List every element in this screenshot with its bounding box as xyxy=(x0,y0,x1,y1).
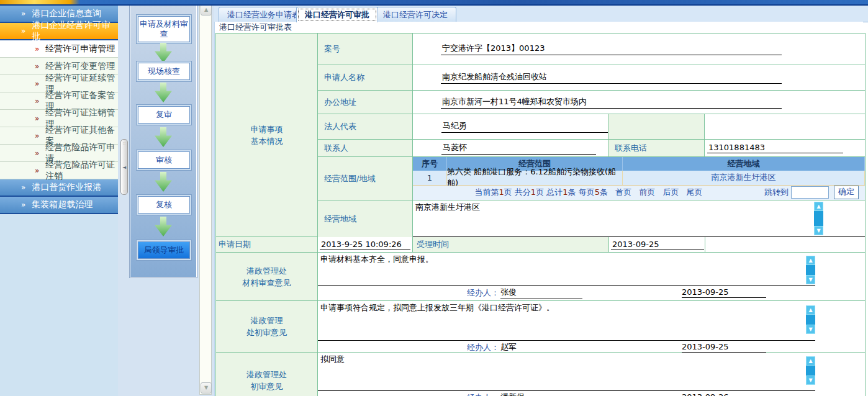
scroll-down-icon[interactable]: ▼ xyxy=(806,376,815,385)
flow-step-bureau-leader-approval[interactable]: 局领导审批 xyxy=(138,241,190,259)
scope-row-no: 1 xyxy=(413,171,447,185)
apply-date-label: 申请日期 xyxy=(216,237,318,253)
arrow-bullet-icon: » xyxy=(35,149,38,158)
scroll-track[interactable] xyxy=(814,211,823,226)
flow-down-arrow-icon xyxy=(155,172,172,192)
pagination-next-link[interactable]: 后页 xyxy=(662,187,679,197)
handler-date[interactable]: 2013-09-25 xyxy=(682,342,766,353)
apply-date-value[interactable]: 2013-9-25 10:09:26 xyxy=(320,240,410,250)
pagination-last-link[interactable]: 尾页 xyxy=(687,187,703,197)
accept-time-value[interactable]: 2013-09-25 xyxy=(611,240,704,250)
sidebar-item-port-enterprise-license-approval[interactable]: » 港口企业经营许可审批 xyxy=(0,23,118,40)
second-review-opinion[interactable]: 拟同意 xyxy=(320,354,806,364)
arrow-bullet-icon: » xyxy=(35,114,38,123)
handler-date[interactable]: 2013-09-25 xyxy=(682,287,766,298)
section-label-line1: 港政管理处 xyxy=(246,265,287,277)
opinion-scrollbar[interactable]: ▲ ▼ xyxy=(806,305,815,334)
form-title: 港口经营许可审批表 xyxy=(215,22,863,32)
flow-down-arrow-icon xyxy=(155,127,172,147)
sidebar-item-label: 集装箱超载治理 xyxy=(32,199,93,210)
jump-page-input[interactable] xyxy=(791,186,829,199)
office-address-cell: 南京市新河一村11号4幢郑和农贸市场内 xyxy=(413,91,865,114)
section-second-review: 拟同意 经办人： 潘新保 2013-09-26 ▲ ▼ xyxy=(318,353,865,396)
scroll-track[interactable] xyxy=(806,315,815,325)
material-review-opinion[interactable]: 申请材料基本齐全，同意申报。 xyxy=(320,254,806,264)
contact-value[interactable]: 马菱怀 xyxy=(441,142,596,155)
main-content: 港口经营业务申请表 港口经营许可审批 港口经营许可决定 港口经营许可审批表 申请… xyxy=(214,6,868,396)
splitter-grip-icon: ∷ xyxy=(123,187,125,194)
tab-license-decision[interactable]: 港口经营许可决定 xyxy=(374,7,456,22)
tab-bar: 港口经营业务申请表 港口经营许可审批 港口经营许可决定 xyxy=(214,6,868,22)
area-cell[interactable]: 南京港新生圩港区 ▲ ▼ xyxy=(413,200,865,237)
flow-step-site-verification[interactable]: 现场核查 xyxy=(138,63,190,80)
opinion-scrollbar[interactable]: ▲ ▼ xyxy=(806,256,815,284)
sidebar-item-dangerous-goods-license-cancel[interactable]: » 经营危险品许可证注销 xyxy=(0,162,118,179)
contact-cell: 马菱怀 xyxy=(413,140,608,157)
section-second-review-label: 港政管理处 初审意见 xyxy=(216,353,318,396)
sidebar-item-label: 经营许可变更管理 xyxy=(45,61,115,72)
double-chevron-icon: » xyxy=(21,9,24,18)
handler-name[interactable]: 张俊 xyxy=(500,287,582,299)
flow-step-audit[interactable]: 审核 xyxy=(138,151,190,169)
legal-rep-value[interactable]: 马纪勇 xyxy=(441,120,608,133)
applicant-value[interactable]: 南京纪发船舶清仓残油回收站 xyxy=(441,71,782,84)
scroll-down-icon[interactable]: ▼ xyxy=(806,325,815,334)
tab-business-application-form[interactable]: 港口经营业务申请表 xyxy=(219,7,309,22)
pagination-first-link[interactable]: 首页 xyxy=(615,187,631,197)
contact-label: 联系人 xyxy=(318,140,413,157)
pagination-prev-link[interactable]: 前页 xyxy=(639,187,655,197)
accept-time-label: 受理时间 xyxy=(413,237,609,253)
office-address-value[interactable]: 南京市新河一村11号4幢郑和农贸市场内 xyxy=(441,96,782,109)
scroll-down-icon[interactable]: ▼ xyxy=(806,275,815,284)
group-label-line1: 申请事项 xyxy=(251,124,283,135)
first-review-opinion[interactable]: 申请事项符合规定，拟同意上报发放三年期《港口经营许可证》。 xyxy=(320,302,806,313)
contact-phone-label: 联系电话 xyxy=(608,140,705,157)
sidebar-item-general-cargo-report[interactable]: » 港口普货作业报港 xyxy=(0,179,118,197)
section-first-review-label: 港政管理 处初审意见 xyxy=(216,301,318,353)
scroll-up-icon[interactable]: ▲ xyxy=(806,256,815,265)
opinion-scrollbar[interactable]: ▲ ▼ xyxy=(806,356,815,385)
sidebar-item-container-overload-control[interactable]: » 集装箱超载治理 xyxy=(0,197,118,214)
tab-license-approval[interactable]: 港口经营许可审批 xyxy=(296,7,378,22)
case-no-value[interactable]: 宁交港许字【2013】00123 xyxy=(441,43,782,55)
arrow-bullet-icon: » xyxy=(35,62,38,71)
scroll-down-icon[interactable]: ▼ xyxy=(814,226,823,235)
jump-confirm-button[interactable]: 确定 xyxy=(834,186,859,199)
approval-flow-panel: 申请及材料审查 现场核查 复审 审核 复核 局领导审批 xyxy=(129,3,197,278)
scroll-up-icon[interactable]: ▲ xyxy=(806,356,815,366)
section-label-line2: 材料审查意见 xyxy=(243,277,291,289)
sidebar-item-license-apply-management[interactable]: » 经营许可申请管理 xyxy=(0,40,118,58)
scroll-up-icon[interactable]: ▲ xyxy=(201,4,212,16)
collapse-arrow-icon: ◄ xyxy=(122,164,126,170)
area-value: 南京港新生圩港区 xyxy=(415,202,480,213)
accept-time-cell: 2013-09-25 xyxy=(609,237,705,253)
handler-name[interactable]: 潘新保 xyxy=(500,392,582,396)
flow-down-arrow-icon xyxy=(155,217,172,236)
handler-name[interactable]: 赵军 xyxy=(500,341,582,354)
scroll-up-icon[interactable]: ▲ xyxy=(806,305,815,315)
pg-total-pages: 1 xyxy=(531,187,536,197)
content-vertical-scrollbar[interactable]: ▲ ▼ xyxy=(199,3,212,395)
group-label-basic-info: 申请事项 基本情况 xyxy=(216,34,318,237)
scroll-down-icon[interactable]: ▼ xyxy=(201,382,212,394)
scope-table-row[interactable]: 1 第六类 船舶港口服务：6.12船舶污染物接收(船舶) 南京港新生圩港区 xyxy=(413,171,865,186)
double-chevron-icon: » xyxy=(21,27,24,35)
flow-step-application-material-review[interactable]: 申请及材料审查 xyxy=(138,16,190,42)
section-label-line1: 港政管理 xyxy=(251,315,283,326)
scroll-up-icon[interactable]: ▲ xyxy=(814,202,823,211)
scroll-track[interactable] xyxy=(806,265,815,275)
pg-total-records: 1 xyxy=(563,187,567,197)
handler-date[interactable]: 2013-09-26 xyxy=(682,392,766,396)
flow-step-re-review[interactable]: 复审 xyxy=(138,106,190,124)
area-scrollbar[interactable]: ▲ ▼ xyxy=(814,202,823,235)
sidebar-splitter[interactable]: ∷ ◄ ∷ xyxy=(120,139,128,195)
scope-col-area: 经营地域 xyxy=(623,157,865,171)
approval-form-table: 申请事项 基本情况 案号 宁交港许字【2013】00123 申请人名称 xyxy=(215,33,866,396)
sidebar-menu: » 港口企业信息查询 » 港口企业经营许可审批 » 经营许可申请管理 » 经营许… xyxy=(0,6,118,396)
legal-rep-label: 法人代表 xyxy=(318,114,413,140)
contact-phone-value[interactable]: 13101881483 xyxy=(707,143,843,153)
empty-cell xyxy=(705,237,865,253)
contact-phone-cell: 13101881483 xyxy=(705,140,865,157)
scroll-track[interactable] xyxy=(806,366,815,376)
flow-step-recheck[interactable]: 复核 xyxy=(138,196,190,214)
